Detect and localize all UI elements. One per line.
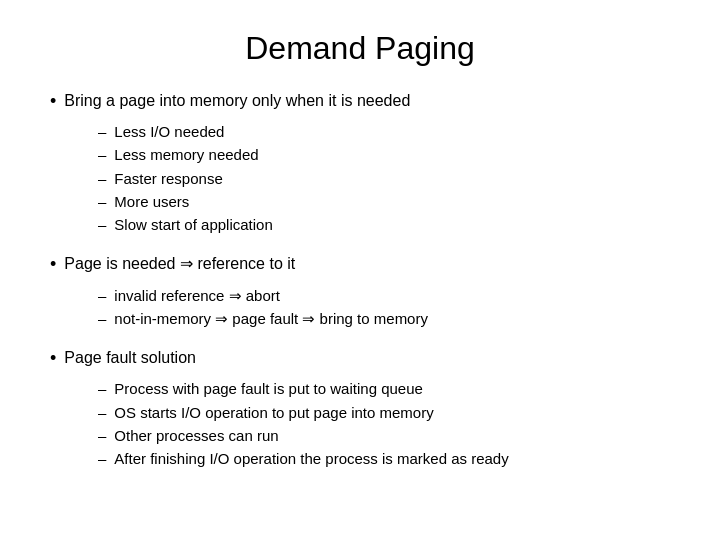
dash-icon: – xyxy=(98,307,106,330)
dash-icon: – xyxy=(98,401,106,424)
dash-icon: – xyxy=(98,143,106,166)
dash-icon: – xyxy=(98,424,106,447)
main-bullet-1: • Bring a page into memory only when it … xyxy=(50,89,670,114)
main-bullet-text-3: Page fault solution xyxy=(64,346,196,370)
sub-bullets-1: – Less I/O needed – Less memory needed –… xyxy=(98,120,670,236)
list-item: – More users xyxy=(98,190,670,213)
section-3: • Page fault solution – Process with pag… xyxy=(50,346,670,470)
sub-bullet-text: invalid reference ⇒ abort xyxy=(114,284,280,307)
dash-icon: – xyxy=(98,167,106,190)
sub-bullet-text: OS starts I/O operation to put page into… xyxy=(114,401,433,424)
dash-icon: – xyxy=(98,284,106,307)
main-bullet-text-1: Bring a page into memory only when it is… xyxy=(64,89,410,113)
sub-bullet-text: Other processes can run xyxy=(114,424,278,447)
dash-icon: – xyxy=(98,377,106,400)
dash-icon: – xyxy=(98,190,106,213)
sub-bullet-text: More users xyxy=(114,190,189,213)
sub-bullet-text: Slow start of application xyxy=(114,213,272,236)
sub-bullet-text: After finishing I/O operation the proces… xyxy=(114,447,508,470)
main-bullet-text-2: Page is needed ⇒ reference to it xyxy=(64,252,295,276)
bullet-dot-1: • xyxy=(50,89,56,114)
slide: Demand Paging • Bring a page into memory… xyxy=(0,0,720,540)
list-item: – Process with page fault is put to wait… xyxy=(98,377,670,400)
sub-bullets-2: – invalid reference ⇒ abort – not-in-mem… xyxy=(98,284,670,331)
list-item: – Slow start of application xyxy=(98,213,670,236)
list-item: – After finishing I/O operation the proc… xyxy=(98,447,670,470)
sub-bullet-text: Less memory needed xyxy=(114,143,258,166)
list-item: – Faster response xyxy=(98,167,670,190)
main-bullet-3: • Page fault solution xyxy=(50,346,670,371)
section-2: • Page is needed ⇒ reference to it – inv… xyxy=(50,252,670,330)
dash-icon: – xyxy=(98,213,106,236)
dash-icon: – xyxy=(98,447,106,470)
bullet-dot-2: • xyxy=(50,252,56,277)
list-item: – invalid reference ⇒ abort xyxy=(98,284,670,307)
list-item: – not-in-memory ⇒ page fault ⇒ bring to … xyxy=(98,307,670,330)
sub-bullets-3: – Process with page fault is put to wait… xyxy=(98,377,670,470)
sub-bullet-text: not-in-memory ⇒ page fault ⇒ bring to me… xyxy=(114,307,428,330)
bullet-dot-3: • xyxy=(50,346,56,371)
slide-title: Demand Paging xyxy=(50,30,670,67)
main-bullet-2: • Page is needed ⇒ reference to it xyxy=(50,252,670,277)
sub-bullet-text: Process with page fault is put to waitin… xyxy=(114,377,423,400)
sub-bullet-text: Faster response xyxy=(114,167,222,190)
dash-icon: – xyxy=(98,120,106,143)
sub-bullet-text: Less I/O needed xyxy=(114,120,224,143)
list-item: – Less memory needed xyxy=(98,143,670,166)
list-item: – Less I/O needed xyxy=(98,120,670,143)
section-1: • Bring a page into memory only when it … xyxy=(50,89,670,236)
list-item: – OS starts I/O operation to put page in… xyxy=(98,401,670,424)
list-item: – Other processes can run xyxy=(98,424,670,447)
